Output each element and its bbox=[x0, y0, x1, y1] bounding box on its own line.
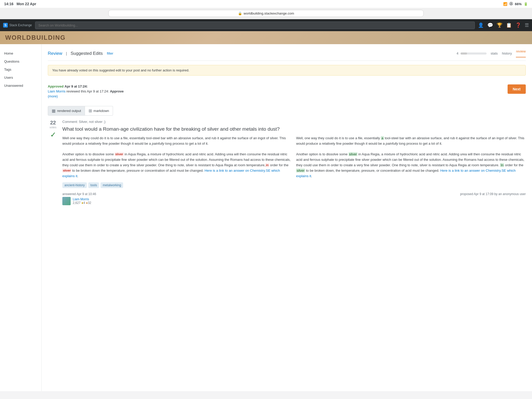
right-italic-painfully: painfully bbox=[386, 142, 398, 145]
votes-label: votes bbox=[50, 126, 56, 129]
notice-text: You have already voted on this suggested… bbox=[52, 68, 189, 72]
review-breadcrumb[interactable]: Review bbox=[48, 51, 62, 56]
rendered-label: rendered output bbox=[57, 109, 81, 113]
progress-number: 4 bbox=[456, 51, 458, 55]
comment-line: Comment: Silver, not sliver ;) bbox=[62, 120, 526, 124]
avatar bbox=[62, 197, 71, 205]
battery-level: 66% bbox=[515, 2, 522, 6]
user-name[interactable]: Liam Morris bbox=[73, 197, 89, 201]
sidebar-item-questions[interactable]: Questions bbox=[0, 57, 41, 65]
right-silver2-highlight: silver bbox=[296, 169, 305, 172]
right-in-highlight: In bbox=[500, 163, 504, 167]
approved-label: Approved bbox=[48, 84, 64, 88]
sidebar-item-tags[interactable]: Tags bbox=[0, 65, 41, 74]
sidebar-item-unanswered[interactable]: Unanswered bbox=[0, 82, 41, 90]
review-meta-right: 4 stats history review bbox=[456, 49, 526, 57]
notice-box: You have already voted on this suggested… bbox=[48, 65, 526, 76]
user-info: Liam Morris 2,627 ●4 ●32 bbox=[73, 197, 91, 205]
right-link[interactable]: Here is a link to an answer on Chemistry… bbox=[296, 169, 516, 178]
right-a-highlight: a bbox=[381, 136, 384, 140]
review-icon[interactable]: 📋 bbox=[506, 22, 512, 28]
tab-rendered[interactable]: ▦ rendered output bbox=[48, 106, 85, 116]
user-card: Liam Morris 2,627 ●4 ●32 bbox=[62, 197, 96, 205]
tag-ancient-history[interactable]: ancient-history bbox=[62, 182, 87, 188]
search-input[interactable] bbox=[35, 22, 475, 29]
next-button[interactable]: Next bbox=[508, 84, 526, 94]
post-layout: 22 votes ✓ Comment: Silver, not sliver ;… bbox=[48, 120, 526, 205]
right-silver-highlight: silver bbox=[349, 152, 357, 156]
review-page-title: Suggested Edits bbox=[71, 51, 103, 56]
review-header: Review | Suggested Edits filter 4 stats … bbox=[48, 49, 526, 61]
right-p2: Another option is to dissolve some silve… bbox=[296, 152, 526, 179]
sidebar-item-home[interactable]: Home bbox=[0, 49, 41, 57]
post-content: Comment: Silver, not sliver ;) What tool… bbox=[62, 120, 526, 205]
sidebar-item-users[interactable]: Users bbox=[0, 74, 41, 82]
avatar-icon[interactable]: 👤 bbox=[478, 22, 484, 28]
diff-col-left: Well one way they could do it is to use … bbox=[62, 136, 292, 179]
url-bar[interactable]: 🔒 worldbuilding.stackexchange.com bbox=[108, 10, 424, 17]
right-p1: Well, one way they could do it is to use… bbox=[296, 136, 526, 147]
vote-count: 22 bbox=[50, 120, 56, 126]
progress-bar-bg bbox=[461, 52, 487, 55]
gold-badge: ● bbox=[81, 201, 83, 205]
left-italic-painfully: painfully bbox=[152, 142, 164, 145]
se-header: S Stack Exchange 👤 💬 🏆 📋 ❓ ☰ bbox=[0, 19, 532, 31]
tab-bar: ▦ rendered output ⊞ markdown bbox=[48, 106, 526, 116]
comment-text: Comment: Silver, not sliver ;) bbox=[62, 120, 105, 124]
battery-icon: 🔋 bbox=[524, 2, 528, 6]
right-well: Well bbox=[296, 136, 303, 140]
approved-status-line: Approved Apr 9 at 17:24: bbox=[48, 84, 124, 88]
progress-bar-fill bbox=[461, 52, 467, 55]
tab-stats[interactable]: stats bbox=[491, 51, 498, 55]
wifi-icon: 📶 bbox=[503, 2, 507, 6]
left-p1: Well one way they could do it is to use … bbox=[62, 136, 292, 147]
lock-icon: 🔒 bbox=[238, 11, 242, 15]
reviewer-name[interactable]: Liam Morris bbox=[48, 89, 65, 93]
se-logo-text: Stack Exchange bbox=[9, 23, 32, 27]
left-sliver2-strike: sliver bbox=[62, 169, 71, 172]
sidebar: Home Questions Tags Users Unanswered bbox=[0, 44, 42, 391]
approved-date: Apr 9 at 17:24: bbox=[64, 84, 88, 88]
left-link[interactable]: Here is a link to an answer on Chemistry… bbox=[62, 169, 280, 178]
tab-markdown[interactable]: ⊞ markdown bbox=[85, 106, 113, 116]
post-footer: answered Apr 9 at 10:46 Liam Morris 2,62… bbox=[62, 192, 526, 205]
content-area: Review | Suggested Edits filter 4 stats … bbox=[42, 44, 532, 391]
rendered-icon: ▦ bbox=[52, 108, 56, 113]
se-logo[interactable]: S Stack Exchange bbox=[3, 23, 32, 28]
vote-column: 22 votes ✓ bbox=[48, 120, 58, 205]
post-title: What tool would a Roman-age civilization… bbox=[62, 126, 526, 132]
tag-tools[interactable]: tools bbox=[88, 182, 99, 188]
more-link[interactable]: (more) bbox=[48, 94, 124, 98]
tag-metalworking[interactable]: metalworking bbox=[101, 182, 123, 188]
tags: ancient-history tools metalworking bbox=[62, 182, 526, 188]
reviewer-line: Liam Morris reviewed this Apr 9 at 17:24… bbox=[48, 89, 124, 93]
proposed-info: proposed Apr 9 at 17:09 by an anonymous … bbox=[460, 192, 526, 196]
approved-info: Approved Apr 9 at 17:24: Liam Morris rev… bbox=[48, 84, 124, 98]
approve-action: Approve bbox=[110, 89, 124, 93]
left-p2: Another option is to dissolve some slive… bbox=[62, 152, 292, 179]
accepted-icon: ✓ bbox=[50, 130, 56, 139]
browser-bar: 🔒 worldbuilding.stackexchange.com bbox=[0, 8, 532, 19]
help-icon[interactable]: ❓ bbox=[515, 22, 521, 28]
header-icons: 👤 💬 🏆 📋 ❓ ☰ bbox=[478, 22, 529, 28]
site-name: Worldbuilding bbox=[5, 34, 66, 41]
status-bar: 14:16 Mon 22 Apr 📶 Ⓐ 66% 🔋 bbox=[0, 0, 532, 8]
tab-review[interactable]: review bbox=[516, 49, 526, 57]
bronze-badge: ● bbox=[86, 201, 88, 205]
diff-container: Well one way they could do it is to use … bbox=[62, 136, 526, 179]
reviewed-text: reviewed this Apr 9 at 17:24: bbox=[66, 89, 109, 93]
progress-container: 4 bbox=[456, 51, 486, 55]
approved-bar: Approved Apr 9 at 17:24: Liam Morris rev… bbox=[48, 81, 526, 102]
tab-history[interactable]: history bbox=[502, 51, 512, 55]
status-time: 14:16 Mon 22 Apr bbox=[4, 2, 36, 6]
at-icon: Ⓐ bbox=[509, 2, 513, 6]
filter-link[interactable]: filter bbox=[107, 51, 113, 55]
inbox-icon[interactable]: 💬 bbox=[487, 22, 493, 28]
main-layout: Home Questions Tags Users Unanswered Rev… bbox=[0, 44, 532, 391]
site-banner: Worldbuilding bbox=[0, 31, 532, 44]
menu-icon[interactable]: ☰ bbox=[525, 22, 529, 28]
answer-info: answered Apr 9 at 10:46 Liam Morris 2,62… bbox=[62, 192, 96, 205]
diff-col-right: Well, one way they could do it is to use… bbox=[296, 136, 526, 179]
trophy-icon[interactable]: 🏆 bbox=[497, 22, 502, 28]
status-icons: 📶 Ⓐ 66% 🔋 bbox=[503, 2, 528, 6]
